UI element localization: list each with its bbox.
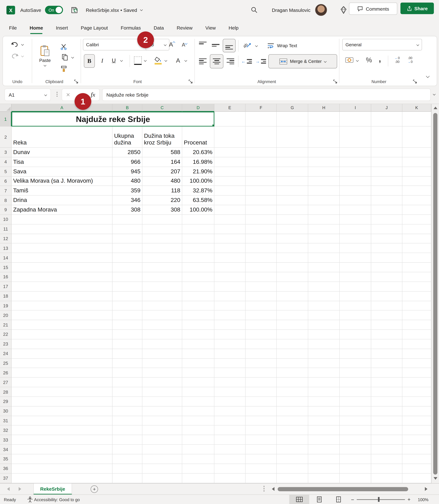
cell[interactable] xyxy=(340,263,371,272)
cell[interactable] xyxy=(142,234,182,244)
column-header[interactable]: F xyxy=(245,104,277,112)
cell[interactable] xyxy=(142,291,182,301)
cell[interactable] xyxy=(214,397,245,407)
cell[interactable] xyxy=(402,148,431,157)
copy-chevron-icon[interactable] xyxy=(71,56,74,59)
cell[interactable] xyxy=(142,330,182,339)
cell[interactable] xyxy=(277,176,308,186)
cell[interactable] xyxy=(371,148,402,157)
column-header[interactable]: H xyxy=(308,104,340,112)
row-header[interactable]: 17 xyxy=(0,282,12,291)
cell[interactable] xyxy=(402,215,431,224)
row-header[interactable]: 15 xyxy=(0,263,12,272)
decrease-font-size-button[interactable]: A xyxy=(180,41,189,49)
cell[interactable] xyxy=(214,320,245,330)
scroll-right-arrow-icon[interactable] xyxy=(425,487,427,491)
cell[interactable]: 2850 xyxy=(112,148,142,157)
cell[interactable] xyxy=(371,426,402,435)
cell[interactable] xyxy=(371,387,402,397)
row-header[interactable]: 35 xyxy=(0,454,12,464)
italic-button[interactable]: I xyxy=(98,54,106,67)
cell[interactable] xyxy=(402,272,431,282)
cell[interactable] xyxy=(142,358,182,368)
cell[interactable] xyxy=(277,349,308,358)
cell[interactable]: 220 xyxy=(142,196,182,205)
cell[interactable] xyxy=(402,473,431,483)
cell[interactable] xyxy=(340,454,371,464)
cell[interactable] xyxy=(182,339,214,349)
cell[interactable] xyxy=(308,339,340,349)
cell[interactable] xyxy=(12,320,112,330)
align-right-button[interactable] xyxy=(225,56,235,67)
cell[interactable] xyxy=(12,397,112,407)
page-layout-view-button[interactable] xyxy=(309,495,329,504)
cell[interactable] xyxy=(12,435,112,445)
cell[interactable] xyxy=(112,358,142,368)
cell[interactable] xyxy=(402,426,431,435)
cell[interactable] xyxy=(214,311,245,320)
cell[interactable] xyxy=(340,330,371,339)
column-header[interactable]: B xyxy=(112,104,142,112)
save-icon[interactable] xyxy=(71,6,78,14)
cell[interactable] xyxy=(371,167,402,176)
cell[interactable] xyxy=(214,253,245,263)
cell[interactable] xyxy=(308,416,340,426)
cell[interactable] xyxy=(12,358,112,368)
cell[interactable] xyxy=(142,464,182,473)
cell[interactable] xyxy=(371,311,402,320)
accounting-format-button[interactable] xyxy=(344,55,354,65)
next-sheet-arrow-icon[interactable] xyxy=(19,487,21,491)
cell[interactable] xyxy=(371,205,402,215)
cell[interactable] xyxy=(214,426,245,435)
cell[interactable] xyxy=(182,253,214,263)
share-button[interactable]: Share xyxy=(400,2,434,14)
cell[interactable] xyxy=(340,320,371,330)
cell[interactable] xyxy=(142,320,182,330)
cell[interactable] xyxy=(112,234,142,244)
cell[interactable] xyxy=(142,301,182,311)
cell[interactable] xyxy=(12,253,112,263)
cell[interactable] xyxy=(277,244,308,253)
cell[interactable] xyxy=(182,416,214,426)
cell[interactable] xyxy=(214,282,245,291)
cell[interactable] xyxy=(340,397,371,407)
scroll-left-arrow-icon[interactable] xyxy=(272,487,274,491)
cell[interactable]: 118 xyxy=(142,186,182,196)
formula-input[interactable]: Najduže reke Srbije xyxy=(102,89,431,101)
cell[interactable] xyxy=(112,464,142,473)
row-header[interactable]: 18 xyxy=(0,291,12,301)
cell[interactable] xyxy=(277,368,308,378)
cell[interactable] xyxy=(277,339,308,349)
cell[interactable] xyxy=(182,445,214,454)
tab-insert[interactable]: Insert xyxy=(56,20,68,35)
cell[interactable] xyxy=(214,349,245,358)
orientation-chevron-icon[interactable] xyxy=(255,44,258,47)
row-header[interactable]: 1 xyxy=(0,112,12,126)
comments-button[interactable]: Comments xyxy=(349,2,397,15)
cell[interactable] xyxy=(112,435,142,445)
cell[interactable] xyxy=(371,473,402,483)
cell[interactable] xyxy=(245,272,277,282)
sheet-tab-rekesrbije[interactable]: RekeSrbije xyxy=(34,483,72,495)
cell[interactable]: Tisa xyxy=(12,157,112,167)
cell[interactable] xyxy=(112,320,142,330)
cell[interactable] xyxy=(308,454,340,464)
cell[interactable]: 164 xyxy=(142,157,182,167)
file-name[interactable]: RekeSrbije.xlsx • Saved xyxy=(86,7,137,13)
cell[interactable] xyxy=(308,397,340,407)
cut-button[interactable] xyxy=(60,43,68,50)
cell[interactable] xyxy=(277,320,308,330)
cell[interactable]: Sava xyxy=(12,167,112,176)
cell[interactable] xyxy=(12,330,112,339)
cell[interactable]: Tamiš xyxy=(12,186,112,196)
cell[interactable] xyxy=(182,358,214,368)
cell[interactable] xyxy=(371,234,402,244)
cell[interactable]: 945 xyxy=(112,167,142,176)
cell[interactable] xyxy=(277,282,308,291)
cell[interactable] xyxy=(112,387,142,397)
cell[interactable] xyxy=(245,407,277,416)
cell[interactable] xyxy=(340,167,371,176)
cell[interactable] xyxy=(308,215,340,224)
cell[interactable] xyxy=(308,234,340,244)
user-name[interactable]: Dragan Masulovic xyxy=(272,7,310,13)
